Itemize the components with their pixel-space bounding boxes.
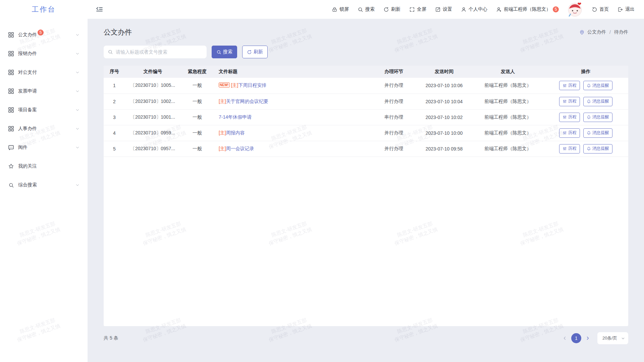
history-button[interactable]: 历程 xyxy=(559,128,580,138)
cell-urgency: 一般 xyxy=(180,94,214,109)
sidebar-item-fapiao-shenqing[interactable]: 发票申请 xyxy=(0,82,88,101)
bell-icon xyxy=(587,115,591,119)
sidebar-item-label: 综合搜索 xyxy=(18,182,37,188)
cell-index: 1 xyxy=(104,78,125,94)
document-title-link[interactable]: 7-14年休假申请 xyxy=(219,114,252,120)
history-button[interactable]: 历程 xyxy=(559,81,580,90)
cell-doc-number: 〔20230710〕1001... xyxy=(125,109,180,125)
current-page[interactable]: 1 xyxy=(571,333,581,343)
menu-fold-icon[interactable] xyxy=(96,6,103,13)
sidebar-item-label: 项目备案 xyxy=(18,107,37,113)
document-title-link[interactable]: 周一会议记录 xyxy=(226,146,254,151)
sidebar-item-baoxiao-banjian[interactable]: 报销办件 xyxy=(0,44,88,63)
grid-icon xyxy=(8,88,14,94)
refresh-page-button[interactable]: 刷新 xyxy=(383,6,400,12)
column-header: 办理环节 xyxy=(372,66,416,78)
message-remind-button[interactable]: 消息提醒 xyxy=(583,113,612,122)
cell-doc-number: 〔20230710〕1005... xyxy=(125,78,180,94)
chevron-down-icon xyxy=(75,145,79,149)
page-title: 公文办件 xyxy=(104,27,132,37)
cell-actions: 历程消息提醒 xyxy=(543,109,628,125)
prev-page-button[interactable] xyxy=(562,336,567,341)
breadcrumb-separator: / xyxy=(609,29,611,35)
search-button[interactable]: 搜索 xyxy=(212,46,237,58)
sidebar-item-renshi-banjian[interactable]: 人事办件 xyxy=(0,119,88,138)
home-label: 首页 xyxy=(599,6,609,12)
lock-screen-button[interactable]: 锁屏 xyxy=(332,6,349,12)
home-button[interactable]: 首页 xyxy=(592,6,609,12)
sidebar-item-gongwen-banjian[interactable]: 公文办件5 xyxy=(0,25,88,44)
avatar[interactable] xyxy=(568,2,583,17)
table-footer: 共 5 条 1 20条/页 xyxy=(104,332,628,344)
settings-button[interactable]: 设置 xyxy=(435,6,452,12)
message-remind-button[interactable]: 消息提醒 xyxy=(583,144,612,154)
grid-icon xyxy=(8,126,14,132)
documents-table: 序号文件编号紧急程度文件标题办理环节发送时间发送人操作 1〔20230710〕1… xyxy=(104,66,628,157)
sidebar-item-wode-guanzhu[interactable]: 我的关注 xyxy=(0,157,88,176)
sliders-icon xyxy=(562,83,567,88)
sidebar-item-label: 公文办件 xyxy=(18,32,37,38)
next-page-button[interactable] xyxy=(585,336,590,341)
cell-send-time: 2023-07-10 10:04 xyxy=(416,94,473,109)
settings-label: 设置 xyxy=(443,6,452,12)
location-pin-icon xyxy=(579,29,585,35)
message-remind-button[interactable]: 消息提醒 xyxy=(583,97,612,106)
sidebar-item-xiangmu-beian[interactable]: 项目备案 xyxy=(0,101,88,119)
search-toolbar: 搜索 刷新 xyxy=(104,46,628,58)
search-button-label: 搜索 xyxy=(223,49,232,55)
user-role-icon xyxy=(496,7,502,12)
column-header: 文件编号 xyxy=(125,66,180,78)
cell-title: [主]周报内容 xyxy=(214,125,372,141)
history-button[interactable]: 历程 xyxy=(559,144,580,154)
breadcrumb-root[interactable]: 公文办件 xyxy=(587,29,606,35)
search-icon xyxy=(358,7,363,12)
sidebar-item-yuejian[interactable]: 阅件 xyxy=(0,138,88,157)
document-title-link[interactable]: 下周日程安排 xyxy=(238,82,266,88)
global-search-button[interactable]: 搜索 xyxy=(358,6,375,12)
table-row: 4〔20230710〕0959...一般[主]周报内容并行办理2023-07-1… xyxy=(104,125,628,141)
total-count: 共 5 条 xyxy=(104,335,118,341)
document-title-link[interactable]: 周报内容 xyxy=(226,130,245,135)
comment-icon xyxy=(8,144,14,150)
sidebar-item-label: 报销办件 xyxy=(18,51,37,57)
message-remind-button[interactable]: 消息提醒 xyxy=(583,128,612,138)
main-doc-tag: [主] xyxy=(231,82,238,88)
message-remind-button[interactable]: 消息提醒 xyxy=(583,81,612,90)
refresh-page-label: 刷新 xyxy=(391,6,400,12)
personal-center-button[interactable]: 个人中心 xyxy=(461,6,487,12)
cell-process-step: 并行办理 xyxy=(372,125,416,141)
history-button[interactable]: 历程 xyxy=(559,97,580,106)
logout-icon xyxy=(618,7,623,12)
sidebar-nav: 公文办件5报销办件对公支付发票申请项目备案人事办件阅件我的关注综合搜索 xyxy=(0,19,88,194)
page-size-select[interactable]: 20条/页 xyxy=(597,332,628,344)
bell-icon xyxy=(587,146,591,151)
documents-table-card: 序号文件编号紧急程度文件标题办理环节发送时间发送人操作 1〔20230710〕1… xyxy=(104,66,628,326)
cell-sender: 前端工程师（陈思文） xyxy=(473,141,543,157)
sidebar-item-duigong-zhifu[interactable]: 对公支付 xyxy=(0,63,88,82)
document-title-link[interactable]: 关于官网的会议纪要 xyxy=(226,99,268,104)
cell-title: 7-14年休假申请 xyxy=(214,109,372,125)
fullscreen-icon xyxy=(409,7,415,12)
chevron-down-icon xyxy=(75,108,79,112)
cell-sender: 前端工程师（陈思文） xyxy=(473,109,543,125)
sidebar-item-label: 阅件 xyxy=(18,144,28,150)
grid-icon xyxy=(8,51,14,57)
logout-button[interactable]: 退出 xyxy=(618,6,635,12)
refresh-list-button[interactable]: 刷新 xyxy=(242,46,268,58)
logout-label: 退出 xyxy=(625,6,635,12)
chevron-down-icon xyxy=(75,52,79,56)
cell-actions: 历程消息提醒 xyxy=(543,141,628,157)
grid-icon xyxy=(8,107,14,113)
chevron-down-icon xyxy=(621,337,625,340)
current-user[interactable]: 前端工程师（陈思文） 5 xyxy=(496,6,559,12)
history-button[interactable]: 历程 xyxy=(559,113,580,122)
home-back-icon xyxy=(592,7,597,12)
sidebar-item-label: 人事办件 xyxy=(18,126,37,132)
page-size-value: 20条/页 xyxy=(602,335,617,341)
fullscreen-button[interactable]: 全屏 xyxy=(409,6,426,12)
sidebar-item-zonghe-sousuo[interactable]: 综合搜索 xyxy=(0,176,88,194)
topbar-actions: 锁屏 搜索 刷新 全屏 设置 xyxy=(332,2,635,17)
topbar: 锁屏 搜索 刷新 全屏 设置 xyxy=(88,0,644,19)
search-input[interactable] xyxy=(116,49,203,55)
cell-urgency: 一般 xyxy=(180,78,214,94)
